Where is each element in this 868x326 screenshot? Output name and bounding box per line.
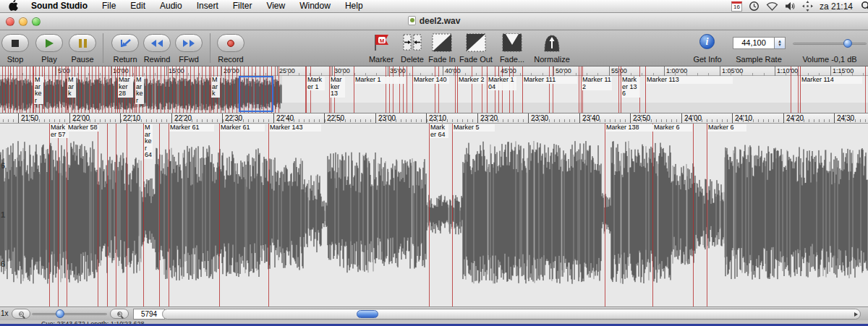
marker-line[interactable]	[49, 124, 50, 306]
overview-marker-line[interactable]	[645, 67, 646, 113]
menu-item-file[interactable]: File	[95, 0, 123, 13]
overview-marker-line[interactable]	[278, 67, 279, 113]
rewind-button[interactable]	[143, 34, 171, 52]
menu-item-filter[interactable]: Filter	[226, 0, 260, 13]
zoom-value-field[interactable]: 5794	[133, 309, 165, 319]
overview-marker-line[interactable]	[168, 67, 169, 113]
overview-marker-line[interactable]	[798, 67, 799, 113]
overview-marker-label[interactable]: Mark	[67, 77, 76, 98]
overview-marker-line[interactable]	[179, 67, 180, 113]
marker-label[interactable]: Marker 58	[67, 124, 99, 132]
overview-marker-line[interactable]	[20, 67, 20, 113]
overview-marker-line[interactable]	[89, 67, 90, 113]
overview-marker-line[interactable]	[52, 67, 53, 113]
marker-line[interactable]	[693, 124, 694, 306]
title-bar[interactable]: deel2.wav	[0, 13, 868, 30]
view-selection-rect[interactable]	[239, 76, 273, 112]
overview-marker-line[interactable]	[150, 67, 150, 113]
overview-marker-line[interactable]	[55, 67, 56, 113]
overview-marker-line[interactable]	[225, 67, 226, 113]
marker-label[interactable]: Marker 143	[269, 124, 321, 132]
overview-marker-line[interactable]	[472, 67, 472, 113]
overview-marker-line[interactable]	[232, 67, 233, 113]
get-info-button[interactable]: i	[699, 34, 715, 49]
overview-marker-label[interactable]: Marker 112	[582, 77, 612, 90]
time-ruler[interactable]: 21'5022'0022'1022'2022'3022'4022'5023'00…	[0, 113, 868, 124]
overview-marker-line[interactable]	[399, 67, 400, 113]
normalize-button[interactable]	[542, 33, 562, 53]
menu-bar-clock[interactable]: za 21:14	[820, 1, 853, 12]
delete-tool-button[interactable]	[402, 33, 422, 53]
volume-menu-icon[interactable]	[785, 1, 796, 11]
overview-marker-line[interactable]	[457, 67, 458, 113]
overview-marker-line[interactable]	[275, 67, 276, 113]
marker-line[interactable]	[268, 124, 269, 306]
scroll-right-arrow-icon[interactable]	[854, 312, 858, 317]
overview-marker-line[interactable]	[78, 67, 79, 113]
marker-tool-button[interactable]: M	[371, 33, 391, 53]
overview-marker-line[interactable]	[482, 67, 482, 113]
overview-marker-line[interactable]	[412, 67, 413, 113]
menu-item-view[interactable]: View	[259, 0, 292, 13]
pause-button[interactable]	[69, 34, 96, 52]
overview-marker-line[interactable]	[65, 67, 66, 113]
fade-custom-button[interactable]	[502, 33, 522, 53]
overview-marker-line[interactable]	[198, 67, 199, 113]
overview-marker-line[interactable]	[81, 67, 82, 113]
marker-line[interactable]	[429, 124, 430, 306]
overview-marker-label[interactable]: Marker	[34, 77, 43, 104]
overview-marker-label[interactable]: Marker 114	[801, 77, 862, 84]
play-button[interactable]	[35, 34, 63, 52]
overview-marker-line[interactable]	[164, 67, 165, 113]
overview-marker-line[interactable]	[455, 67, 456, 113]
spotlight-icon[interactable]	[859, 1, 868, 12]
overview-marker-line[interactable]	[2, 67, 3, 113]
scrollbar-thumb[interactable]	[357, 310, 378, 318]
overview-marker-line[interactable]	[354, 67, 354, 113]
overview-marker-line[interactable]	[183, 67, 184, 113]
overview-marker-line[interactable]	[115, 67, 116, 113]
overview-marker-line[interactable]	[146, 67, 147, 113]
marker-line[interactable]	[107, 124, 108, 306]
fade-out-button[interactable]	[466, 33, 486, 53]
overview-marker-line[interactable]	[579, 67, 579, 113]
overview-marker-line[interactable]	[85, 67, 85, 113]
overview-marker-line[interactable]	[522, 67, 523, 113]
overview-marker-label[interactable]: Marker 28	[118, 77, 133, 98]
marker-line[interactable]	[159, 124, 160, 306]
marker-line[interactable]	[116, 124, 116, 306]
wifi-icon[interactable]	[766, 1, 778, 11]
marker-label[interactable]: Marker 6	[707, 124, 746, 132]
overview-marker-line[interactable]	[98, 67, 99, 113]
volume-slider-track[interactable]	[793, 43, 867, 45]
sample-rate-field[interactable]: 44,100	[733, 37, 775, 49]
overview-marker-line[interactable]	[30, 67, 30, 113]
marker-label[interactable]: Marker 138	[605, 124, 653, 132]
overview-marker-label[interactable]: Marker 1	[354, 77, 405, 84]
marker-label[interactable]: Marker 6	[653, 124, 692, 132]
zoom-slider-thumb[interactable]	[56, 309, 64, 318]
overview-marker-line[interactable]	[221, 67, 221, 113]
overview-marker-line[interactable]	[26, 67, 27, 113]
overview-marker-line[interactable]	[61, 67, 62, 113]
marker-line[interactable]	[169, 124, 169, 306]
overview-marker-label[interactable]: Marker 140	[413, 77, 449, 84]
overview-marker-line[interactable]	[172, 67, 173, 113]
marker-line[interactable]	[127, 124, 127, 306]
overview-marker-line[interactable]	[229, 67, 229, 113]
menu-item-insert[interactable]: Insert	[190, 0, 226, 13]
zoom-slider-track[interactable]	[32, 313, 107, 315]
horizontal-scrollbar[interactable]	[162, 309, 861, 319]
return-button[interactable]	[111, 34, 139, 52]
overview-marker-line[interactable]	[549, 67, 550, 113]
overview-marker-line[interactable]	[800, 67, 801, 113]
overview-marker-line[interactable]	[194, 67, 195, 113]
record-button[interactable]	[217, 34, 244, 52]
menu-item-edit[interactable]: Edit	[123, 0, 153, 13]
overview-marker-line[interactable]	[393, 67, 393, 113]
overview-marker-line[interactable]	[157, 67, 158, 113]
menu-item-audio[interactable]: Audio	[153, 0, 190, 13]
overview-marker-line[interactable]	[48, 67, 49, 113]
overview-marker-line[interactable]	[153, 67, 154, 113]
waveform-canvas[interactable]	[0, 124, 868, 306]
